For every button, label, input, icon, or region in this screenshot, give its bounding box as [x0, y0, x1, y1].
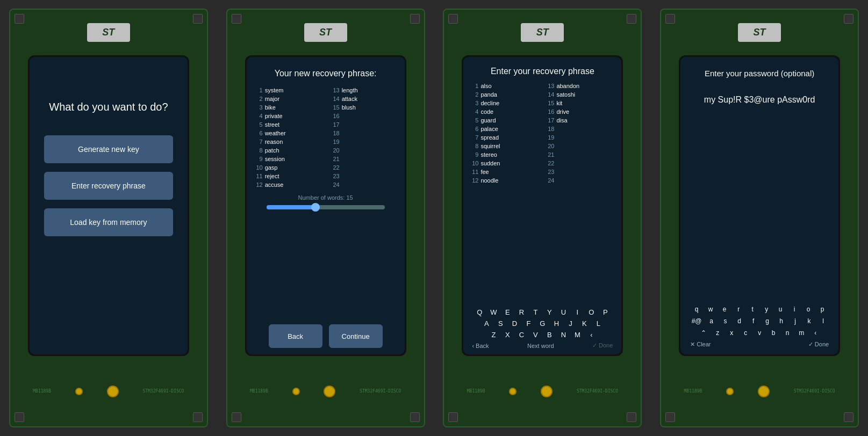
key-z[interactable]: Z: [489, 331, 498, 339]
pcb-label-left: MB1189B: [33, 389, 51, 394]
key-w-sm[interactable]: w: [706, 306, 715, 313]
key-s[interactable]: S: [496, 319, 505, 328]
key-h[interactable]: H: [551, 319, 561, 328]
word-row: 10sudden: [470, 160, 539, 166]
key-e-sm[interactable]: e: [720, 306, 729, 313]
key-s-sm[interactable]: s: [721, 317, 730, 325]
generate-key-button[interactable]: Generate new key: [44, 135, 173, 163]
key-d-sm[interactable]: d: [735, 317, 744, 325]
clear-button[interactable]: ✕ Clear: [690, 341, 711, 348]
word-row: 24: [331, 181, 397, 188]
key-l[interactable]: L: [593, 319, 603, 328]
key-f[interactable]: F: [523, 319, 533, 328]
key-p[interactable]: P: [600, 308, 610, 316]
key-n[interactable]: N: [558, 331, 568, 339]
word-list: 1system 2major 3bike 4private 5street 6w…: [254, 87, 397, 188]
screen1-title: What do you want to do?: [49, 100, 168, 114]
key-y-sm[interactable]: y: [762, 306, 771, 313]
pcb-top-3: ST: [444, 10, 641, 55]
phone-screen-1: What do you want to do? Generate new key…: [28, 55, 189, 356]
word-column-left: 1system 2major 3bike 4private 5street 6w…: [254, 87, 320, 188]
key-u[interactable]: U: [558, 308, 568, 316]
recovery-word-col-left: 1also 2panda 3decline 4code 5guard 6pala…: [470, 83, 539, 184]
key-j-sm[interactable]: j: [791, 317, 800, 325]
key-l-sm[interactable]: l: [819, 317, 828, 325]
corner-chip-br-4: [844, 412, 853, 422]
key-backspace-sm[interactable]: ‹: [811, 329, 820, 337]
key-e[interactable]: E: [503, 308, 512, 316]
key-r-sm[interactable]: r: [734, 306, 743, 313]
key-a[interactable]: A: [482, 319, 491, 328]
key-special[interactable]: #@: [692, 317, 702, 325]
key-f-sm[interactable]: f: [749, 317, 758, 325]
word-row: 23: [331, 173, 397, 179]
keyboard: Q W E R T Y U I O P A S D: [470, 308, 615, 349]
word-row: 14attack: [331, 96, 397, 102]
corner-chip-tl: [15, 14, 24, 24]
key-o[interactable]: O: [586, 308, 596, 316]
key-j[interactable]: J: [565, 319, 575, 328]
key-k-sm[interactable]: k: [805, 317, 814, 325]
corner-chip-tr-3: [627, 14, 636, 24]
enter-recovery-button[interactable]: Enter recovery phrase: [44, 172, 173, 200]
password-keyboard: q w e r t y u i o p #@ a s: [688, 306, 831, 348]
key-v-sm[interactable]: v: [755, 329, 764, 337]
screen-2: Your new recovery phrase: 1system 2major…: [247, 57, 405, 354]
word-row: 9session: [254, 156, 320, 162]
key-b[interactable]: B: [544, 331, 554, 339]
recovery-word-col-right: 13abandon 14satoshi 15kit 16drive 17disa…: [546, 83, 615, 184]
word-row: 11fee: [470, 169, 539, 175]
key-c[interactable]: C: [517, 331, 526, 339]
key-r[interactable]: R: [517, 308, 526, 316]
load-key-button[interactable]: Load key from memory: [44, 208, 173, 236]
key-x[interactable]: X: [503, 331, 512, 339]
corner-chip-br: [193, 412, 203, 422]
key-w[interactable]: W: [489, 308, 498, 316]
word-count-slider[interactable]: [267, 205, 385, 209]
done-button[interactable]: ✓ Done: [808, 341, 829, 348]
key-n-sm[interactable]: n: [783, 329, 792, 337]
st-logo-2: ST: [304, 23, 347, 42]
back-button[interactable]: Back: [269, 324, 322, 348]
word-column-right: 13length 14attack 15blush 16 17 18 19 20…: [331, 87, 397, 188]
key-o-sm[interactable]: o: [804, 306, 813, 313]
key-i[interactable]: I: [572, 308, 582, 316]
key-z-sm[interactable]: z: [713, 329, 722, 337]
key-t-sm[interactable]: t: [748, 306, 757, 313]
key-g[interactable]: G: [537, 319, 547, 328]
key-d[interactable]: D: [510, 319, 519, 328]
key-backspace[interactable]: ‹: [586, 331, 596, 339]
slider-fill: [267, 205, 314, 209]
key-q-sm[interactable]: q: [692, 306, 701, 313]
key-q[interactable]: Q: [475, 308, 484, 316]
st-logo: ST: [87, 23, 130, 42]
word-row: 18: [331, 130, 397, 136]
key-m[interactable]: M: [572, 331, 582, 339]
phone-screen-2: Your new recovery phrase: 1system 2major…: [245, 55, 406, 356]
word-row: 24: [546, 177, 615, 184]
key-u-sm[interactable]: u: [776, 306, 785, 313]
next-word-nav[interactable]: Next word: [527, 342, 554, 349]
word-row: 16: [331, 113, 397, 119]
key-v[interactable]: V: [530, 331, 540, 339]
key-shift[interactable]: ⌃: [699, 329, 708, 337]
key-c-sm[interactable]: c: [741, 329, 750, 337]
key-a-sm[interactable]: a: [707, 317, 716, 325]
key-g-sm[interactable]: g: [763, 317, 772, 325]
key-b-sm[interactable]: b: [769, 329, 778, 337]
key-x-sm[interactable]: x: [727, 329, 736, 337]
key-k[interactable]: K: [579, 319, 589, 328]
continue-button[interactable]: Continue: [329, 324, 383, 348]
pcb-bottom-2: MB1189B STM32F469I-DISCO: [227, 356, 424, 426]
word-row: 13abandon: [546, 83, 615, 89]
key-t[interactable]: T: [530, 308, 540, 316]
key-i-sm[interactable]: i: [790, 306, 799, 313]
pw-keyboard-row-3: ⌃ z x c v b n m ‹: [688, 329, 831, 337]
done-nav[interactable]: ✓ Done: [592, 342, 613, 349]
key-h-sm[interactable]: h: [777, 317, 786, 325]
back-nav[interactable]: ‹ Back: [472, 342, 489, 349]
key-y[interactable]: Y: [544, 308, 554, 316]
key-m-sm[interactable]: m: [797, 329, 806, 337]
word-row: 6weather: [254, 130, 320, 136]
key-p-sm[interactable]: p: [818, 306, 827, 313]
